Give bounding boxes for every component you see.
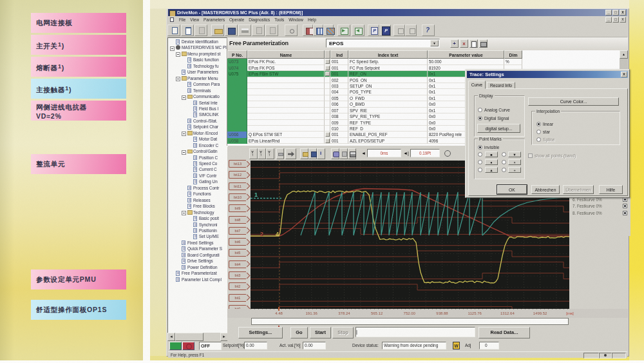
svg-text:1: 1 [254, 191, 258, 198]
svg-text:4: 4 [276, 231, 279, 237]
svg-text:2: 2 [260, 231, 263, 237]
